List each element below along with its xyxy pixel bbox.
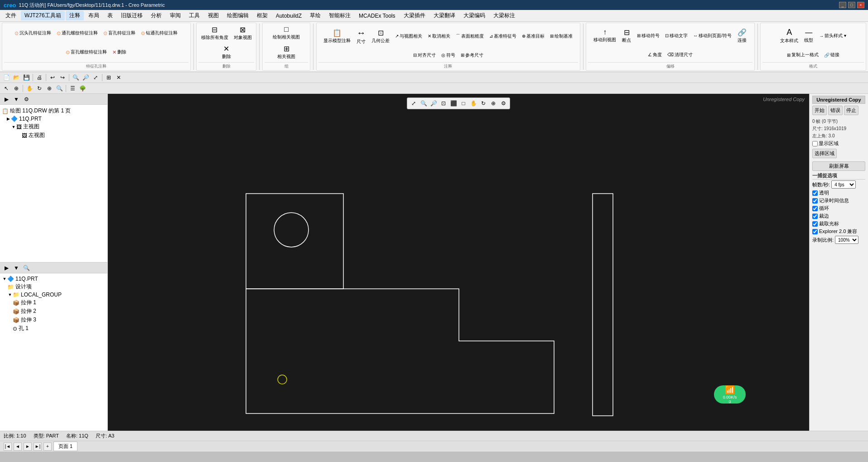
tb-switch-window[interactable]: ⊞ [104,73,113,82]
page-first[interactable]: |◄ [4,443,12,451]
prt-root-arrow[interactable]: ▼ [2,277,7,281]
transparent-cb[interactable] [812,190,818,196]
tree-arrow-prt[interactable]: ▶ [5,117,11,121]
tb-print[interactable]: 🖨 [35,73,44,82]
tree-local-group[interactable]: ▼ 📁 LOCAL_GROUP [0,291,107,298]
tb-undo[interactable]: ↩ [48,73,57,82]
page-last[interactable]: ►| [34,443,42,451]
btn-select-region[interactable]: 选择区域 [812,149,837,158]
btn-ref-dim[interactable]: ⊞ 参考尺寸 [458,51,486,59]
tree-arrow-main[interactable]: ▼ [11,125,16,129]
vt-options[interactable]: ⚙ [499,99,508,108]
ratio-select[interactable]: 50% 75% 100% 150% 200% [835,236,858,244]
btn-start[interactable]: 开始 [812,106,827,115]
tree-hole1[interactable]: ⊙ 孔 1 [0,324,107,333]
menu-review[interactable]: 审阅 [166,11,184,20]
menu-beam-translate[interactable]: 大梁翻译 [430,11,459,20]
page-next[interactable]: ► [24,443,32,451]
minimize-button[interactable]: _ [839,2,846,8]
menu-beam-code[interactable]: 大梁编码 [460,11,489,20]
btn-through-thread[interactable]: ⊙ 通孔螺纹特征注释 [54,29,100,37]
btn-blind-thread[interactable]: ⊙ 盲孔螺纹特征注释 [63,48,109,56]
tb-close-window[interactable]: ✕ [114,73,123,82]
btn-show-model-ann[interactable]: 📋 显示模型注释 [321,27,353,45]
vt-rotate[interactable]: ↻ [479,99,488,108]
vt-zoom-fit[interactable]: ⤢ [409,99,418,108]
tb2-select[interactable]: ↖ [2,84,11,93]
tb-zoom-out[interactable]: 🔎 [81,73,90,82]
btn-geo-tolerance[interactable]: ⊡ 几何公差 [369,27,392,45]
btn-related-view2[interactable]: ↗ 与视图相关 [393,32,424,40]
tree-prt-root[interactable]: ▼ 🔷 11Q.PRT [0,275,107,282]
tree-left-view[interactable]: 🖼 左视图 [0,131,107,140]
btn-remove-obj[interactable]: ⊠ 对象视图 [231,24,254,42]
tree-design[interactable]: 📁 设计项 [0,282,107,291]
tb2-zoom3[interactable]: 🔍 [55,84,64,93]
tb2-layers[interactable]: ☰ [68,84,77,93]
page-add[interactable]: + [43,443,52,451]
btn-text-style[interactable]: A 文本样式 [778,26,800,45]
btn-cancel-related[interactable]: ✕ 取消相关 [425,32,453,40]
tb2-model-tree[interactable]: 🌳 [78,84,87,93]
btn-move-page-sym[interactable]: ↔ 移动到页面/符号 [691,32,734,40]
btn-sym[interactable]: ◎ 符号 [439,51,458,59]
btn-line-style[interactable]: — 线型 [801,27,816,45]
menu-analysis[interactable]: 分析 [147,11,165,20]
part-tree-collapse[interactable]: ▼ [12,263,21,272]
crop-cursor-cb[interactable] [812,221,818,227]
btn-dimension[interactable]: ↔ 尺寸 [354,26,368,46]
page-tab-1[interactable]: 页面 1 [53,442,77,451]
vt-pan[interactable]: ✋ [469,99,478,108]
tree-expand[interactable]: ▶ [2,95,11,104]
tb-new[interactable]: 📄 [2,73,11,82]
fps-select[interactable]: 1 fps 2 fps 4 fps 8 fps 15 fps 30 fps [831,180,856,189]
btn-error[interactable]: 错误 [828,106,843,115]
menu-view[interactable]: 视图 [204,11,222,20]
page-prev[interactable]: ◄ [14,443,22,451]
btn-datum-target[interactable]: ⊕ 基准目标 [520,32,547,40]
vt-wireframe[interactable]: □ [459,99,468,108]
btn-countersunk[interactable]: ⊙ 沉头孔特征注释 [12,29,53,37]
menu-mcadex[interactable]: MCADEx Tools [355,12,399,20]
btn-draw-basis[interactable]: ⊞ 绘制基准 [548,32,575,40]
loop-cb[interactable] [812,206,818,211]
btn-clear-dim[interactable]: ⌫ 清理尺寸 [665,51,695,59]
menu-beam-plugin[interactable]: 大梁插件 [400,11,429,20]
btn-datums[interactable]: ⊿ 基准特征号 [487,32,519,40]
btn-align-dim[interactable]: ⊟ 对齐尺寸 [411,51,438,59]
btn-move-to-view[interactable]: ↑ 移动到视图 [591,27,618,44]
btn-breakpoint[interactable]: ⊟ 断点 [619,27,634,45]
btn-surface-roughness[interactable]: ⌒ 表面粗糙度 [453,32,486,40]
tb-save[interactable]: 💾 [22,73,31,82]
btn-delete-ann[interactable]: ✕ 删除 [110,48,129,56]
menu-autobuildz[interactable]: AutobuildZ [272,12,305,20]
btn-blind[interactable]: ⊙ 盲孔特征注释 [101,29,138,37]
btn-move-text[interactable]: ⊡ 移动文字 [663,32,690,40]
vt-zoom-area[interactable]: ⊡ [439,99,448,108]
btn-cancel[interactable]: ✕ 删除 [219,43,234,61]
crop-cb[interactable] [812,214,818,219]
tree-11q-prt-top[interactable]: ▶ 🔷 11Q.PRT [0,115,107,122]
canvas-area[interactable]: ⤢ 🔍 🔎 ⊡ ⬛ □ ✋ ↻ ⊕ ⚙ Unregis [108,94,809,431]
tb-zoom-in[interactable]: 🔍 [71,73,80,82]
local-group-arrow[interactable]: ▼ [7,292,13,297]
tree-extrude2[interactable]: 📦 拉伸 2 [0,307,107,316]
btn-move-symbol[interactable]: ⊞ 移动符号 [635,32,662,40]
tb-zoom-fit[interactable]: ⤢ [91,73,100,82]
menu-migrate[interactable]: 旧版迁移 [117,11,146,20]
btn-angle[interactable]: ∠ 角度 [646,51,664,59]
record-time-cb[interactable] [812,198,818,204]
btn-copy-format[interactable]: ⊞ 复制上一格式 [785,51,821,59]
menu-wjt[interactable]: WJT276工具箱 [21,11,65,20]
tb2-pan[interactable]: ✋ [25,84,34,93]
maximize-button[interactable]: □ [848,2,855,8]
part-tree-search[interactable]: 🔍 [22,263,31,272]
close-button[interactable]: × [857,2,864,8]
vt-zoom-in[interactable]: 🔍 [419,99,428,108]
tb2-pick[interactable]: ⊕ [12,84,21,93]
part-tree-expand[interactable]: ▶ [2,263,11,272]
tree-collapse[interactable]: ▼ [12,95,21,104]
vt-zoom-out[interactable]: 🔎 [429,99,438,108]
menu-layout[interactable]: 布局 [85,11,103,20]
menu-table[interactable]: 表 [104,11,116,20]
